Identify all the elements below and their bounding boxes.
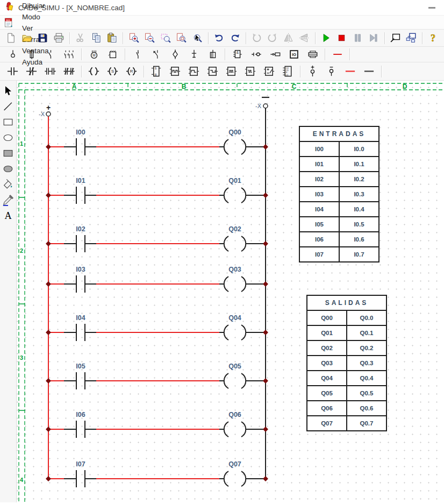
print-button[interactable] xyxy=(53,31,65,45)
rung[interactable]: I02Q02 xyxy=(46,225,268,252)
switch-triple-button[interactable] xyxy=(62,48,76,61)
wire-red-h-button[interactable] xyxy=(343,65,357,78)
drawing-canvas[interactable]: ABCD1234+-X-XI00Q00I01Q01I02Q02I03Q03I04… xyxy=(17,81,444,502)
limit-switch-button[interactable] xyxy=(149,48,163,61)
copy-button[interactable] xyxy=(90,31,102,45)
no-contact[interactable] xyxy=(76,421,85,438)
h-contact-button[interactable] xyxy=(249,48,263,61)
zoom-pointer-button[interactable] xyxy=(191,31,203,45)
right-power-rail[interactable]: -X xyxy=(255,97,269,479)
rectangle-tool-button[interactable] xyxy=(1,116,15,128)
text-tool-button[interactable]: A xyxy=(1,209,15,222)
ellipse-tool-button[interactable] xyxy=(1,131,15,144)
no-contact[interactable] xyxy=(76,372,85,389)
rung[interactable]: I00Q00 xyxy=(46,129,268,155)
rung[interactable]: I06Q06 xyxy=(46,411,268,438)
contact-2no-button[interactable] xyxy=(44,65,57,78)
zoom-window-button[interactable] xyxy=(160,31,171,45)
no-contact[interactable] xyxy=(76,187,85,204)
zoom-out-button[interactable] xyxy=(144,31,156,45)
menu-dibujar[interactable]: Dibujar xyxy=(17,0,54,11)
rung[interactable]: I01Q01 xyxy=(46,177,268,204)
coil[interactable] xyxy=(224,188,246,203)
inputs-table[interactable]: ENTRADAS I00I0.0I01I0.1I02I0.2I03I0.3I04… xyxy=(299,126,379,262)
open-button[interactable] xyxy=(22,31,33,45)
coil[interactable] xyxy=(224,236,246,251)
no-contact[interactable] xyxy=(76,138,85,155)
rung[interactable]: I05Q05 xyxy=(46,363,268,389)
contact-no-button[interactable] xyxy=(6,65,19,78)
plc-block-button[interactable] xyxy=(306,48,319,61)
coil-reset-button[interactable]: R xyxy=(125,65,138,78)
sensor-diamond-button[interactable] xyxy=(168,48,182,61)
color-picker-tool-button[interactable] xyxy=(1,194,15,206)
no-contact[interactable] xyxy=(76,275,85,293)
coil[interactable] xyxy=(224,276,246,292)
box-sr-button[interactable]: SR xyxy=(149,65,163,78)
box-ton-button[interactable] xyxy=(187,65,200,78)
switch-contact-button[interactable] xyxy=(44,48,57,61)
coil[interactable] xyxy=(224,422,246,437)
line-tool-button[interactable] xyxy=(1,100,15,112)
solenoid-button[interactable] xyxy=(106,48,119,61)
fuse-button[interactable] xyxy=(25,48,38,61)
box-tof-button[interactable] xyxy=(206,65,219,78)
box-counter-button[interactable]: CUCDRLD xyxy=(281,65,295,78)
zoom-page-button[interactable] xyxy=(176,31,188,45)
coil[interactable] xyxy=(224,325,246,340)
box-mono-button[interactable] xyxy=(244,65,257,78)
input-label: I05 xyxy=(76,363,85,370)
minimize-button[interactable] xyxy=(428,7,435,9)
contact-nc-button[interactable] xyxy=(25,65,38,78)
rung[interactable]: I07Q07 xyxy=(46,460,268,487)
plunger-box-button[interactable] xyxy=(206,48,219,61)
terminal-button[interactable] xyxy=(6,48,19,61)
coil-set-button[interactable]: S xyxy=(106,65,119,78)
rail-minus-button[interactable] xyxy=(325,65,338,78)
net-window-button[interactable] xyxy=(405,31,417,45)
logic-and-button[interactable]: & xyxy=(231,48,244,61)
stop-button[interactable] xyxy=(336,31,348,45)
no-contact[interactable] xyxy=(76,324,85,341)
new-button[interactable] xyxy=(5,31,17,45)
rectangle-filled-tool-button[interactable] xyxy=(1,147,15,159)
rung[interactable]: I03Q03 xyxy=(46,266,268,293)
contact-pivot-button[interactable] xyxy=(131,48,144,61)
coil[interactable] xyxy=(224,373,246,388)
menu-modo[interactable]: Modo xyxy=(17,11,54,23)
sim-window-button[interactable] xyxy=(390,31,402,45)
paste-button[interactable] xyxy=(106,31,118,45)
io-box-button[interactable]: IO xyxy=(287,48,300,61)
outputs-table[interactable]: SALIDAS Q00Q0.0Q01Q0.1Q02Q0.2Q03Q0.3Q04Q… xyxy=(306,295,387,431)
motor-button[interactable]: M xyxy=(87,48,101,61)
help-button[interactable]: ? xyxy=(427,31,439,45)
fill-tool-button[interactable] xyxy=(1,178,15,190)
undo-button[interactable] xyxy=(213,31,225,45)
rung[interactable]: I04Q04 xyxy=(46,314,268,341)
coil-button[interactable] xyxy=(87,65,101,78)
wire-red-icon xyxy=(332,48,343,60)
coil[interactable] xyxy=(224,471,246,486)
wire-red-button[interactable] xyxy=(331,48,344,61)
play-button[interactable] xyxy=(320,31,332,45)
left-power-rail[interactable]: +-X xyxy=(39,103,51,479)
plunger-button[interactable] xyxy=(187,48,200,61)
rail-plus-button[interactable] xyxy=(306,65,319,78)
contact-2nc-button[interactable] xyxy=(62,65,76,78)
ellipse-filled-tool-button[interactable] xyxy=(1,162,15,175)
pause-button xyxy=(352,31,364,45)
redo-button[interactable] xyxy=(229,31,241,45)
tool-palette: A xyxy=(0,81,17,502)
no-contact[interactable] xyxy=(76,470,85,487)
wire-black-h-button[interactable] xyxy=(362,65,376,78)
ladder-diagram[interactable]: ABCD1234+-X-XI00Q00I01Q01I02Q02I03Q03I04… xyxy=(17,81,444,502)
box-compare-button[interactable] xyxy=(262,65,276,78)
select-tool-button[interactable] xyxy=(1,84,15,97)
save-button[interactable] xyxy=(37,31,49,45)
box-pulse-button[interactable] xyxy=(168,65,182,78)
valve-coil-button[interactable] xyxy=(268,48,282,61)
no-contact[interactable] xyxy=(76,235,85,252)
zoom-in-button[interactable] xyxy=(128,31,140,45)
box-pulse-train-button[interactable] xyxy=(225,65,238,78)
coil[interactable] xyxy=(224,139,246,154)
